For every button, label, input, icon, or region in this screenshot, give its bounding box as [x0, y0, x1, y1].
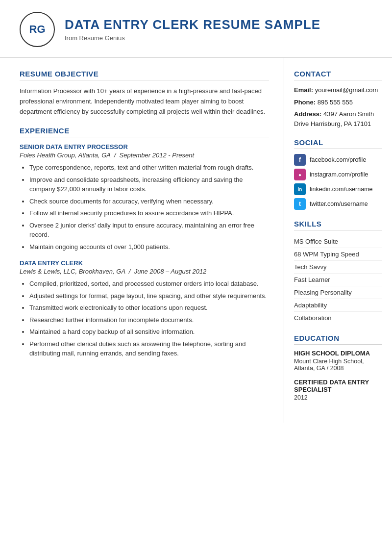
edu-item-2: CERTIFIED DATA ENTRY SPECIALIST 2012: [294, 378, 382, 401]
linkedin-url: linkedin.com/username: [310, 186, 373, 193]
bullet: Type correspondence, reports, text and o…: [29, 163, 269, 173]
bullet: Researched further information for incom…: [29, 315, 269, 325]
skill-item: Collaboration: [294, 312, 382, 324]
social-title: SOCIAL: [294, 138, 382, 149]
twitter-url: twitter.com/username: [310, 201, 368, 207]
job-1-bullets: Type correspondence, reports, text and o…: [20, 163, 269, 252]
skill-item: Fast Learner: [294, 274, 382, 286]
skill-item: Adaptability: [294, 299, 382, 312]
skills-section: SKILLS MS Office Suite 68 WPM Typing Spe…: [294, 220, 382, 324]
contact-phone: Phone: 895 555 555: [294, 98, 382, 107]
bullet: Improve and consolidate spreadsheets, in…: [29, 175, 269, 194]
bullet: Maintain ongoing accounts of over 1,000 …: [29, 242, 269, 252]
resume-subtitle: from Resume Genius: [65, 34, 320, 42]
phone-value: 895 555 555: [318, 99, 353, 106]
bullet: Adjusted settings for format, page layou…: [29, 291, 269, 301]
social-linkedin: in linkedin.com/username: [294, 183, 382, 195]
edu-1-degree: HIGH SCHOOL DIPLOMA: [294, 350, 382, 357]
address-label: Address:: [294, 110, 321, 118]
objective-title: RESUME OBJECTIVE: [20, 70, 269, 80]
linkedin-icon: in: [294, 183, 306, 195]
logo-text: RG: [29, 23, 46, 36]
bullet: Performed other clerical duties such as …: [29, 339, 269, 358]
job-1-dates: September 2012 - Present: [120, 151, 194, 159]
experience-section: EXPERIENCE SENIOR DATA ENTRY PROCESSOR F…: [20, 126, 269, 358]
contact-section: CONTACT Email: youremail@gmail.com Phone…: [294, 70, 382, 128]
job-2-bullets: Compiled, prioritized, sorted, and proce…: [20, 279, 269, 358]
contact-address: Address: 4397 Aaron Smith Drive Harrisbu…: [294, 109, 382, 128]
job-2: DATA ENTRY CLERK Lewis & Lewis, LLC, Bro…: [20, 259, 269, 358]
social-twitter: t twitter.com/username: [294, 198, 382, 210]
facebook-url: facebook.com/profile: [310, 156, 366, 163]
bullet: Transmitted work electronically to other…: [29, 303, 269, 313]
social-instagram: ● instagram.com/profile: [294, 169, 382, 180]
twitter-icon: t: [294, 198, 306, 210]
job-1-title: SENIOR DATA ENTRY PROCESSOR: [20, 143, 269, 151]
edu-1-school: Mount Clare High School, Atlanta, GA / 2…: [294, 358, 382, 372]
skill-item: 68 WPM Typing Speed: [294, 248, 382, 261]
contact-email: Email: youremail@gmail.com: [294, 85, 382, 95]
job-2-title: DATA ENTRY CLERK: [20, 259, 269, 267]
email-value: youremail@gmail.com: [315, 86, 378, 94]
bullet: Maintained a hard copy backup of all sen…: [29, 327, 269, 337]
job-2-meta: Lewis & Lewis, LLC, Brookhaven, GA / Jun…: [20, 268, 269, 275]
main-content: RESUME OBJECTIVE Information Processor w…: [0, 58, 392, 423]
job-1: SENIOR DATA ENTRY PROCESSOR Foles Health…: [20, 143, 269, 252]
edu-2-year: 2012: [294, 394, 382, 401]
social-facebook: f facebook.com/profile: [294, 154, 382, 166]
facebook-icon: f: [294, 154, 306, 166]
bullet: Check source documents for accuracy, ver…: [29, 197, 269, 206]
right-column: CONTACT Email: youremail@gmail.com Phone…: [284, 58, 392, 423]
objective-section: RESUME OBJECTIVE Information Processor w…: [20, 70, 269, 117]
instagram-url: instagram.com/profile: [310, 171, 368, 178]
education-section: EDUCATION HIGH SCHOOL DIPLOMA Mount Clar…: [294, 334, 382, 401]
job-2-company: Lewis & Lewis, LLC, Brookhaven, GA: [20, 268, 125, 275]
skill-item: Pleasing Personality: [294, 286, 382, 299]
education-title: EDUCATION: [294, 334, 382, 345]
left-column: RESUME OBJECTIVE Information Processor w…: [0, 58, 284, 423]
logo-circle: RG: [20, 12, 55, 47]
email-label: Email:: [294, 86, 313, 94]
bullet: Follow all internal security procedures …: [29, 208, 269, 218]
experience-title: EXPERIENCE: [20, 126, 269, 137]
phone-label: Phone:: [294, 99, 316, 106]
bullet: Compiled, prioritized, sorted, and proce…: [29, 279, 269, 289]
job-2-dates: June 2008 – August 2012: [134, 268, 207, 275]
social-section: SOCIAL f facebook.com/profile ● instagra…: [294, 138, 382, 210]
skills-title: SKILLS: [294, 220, 382, 230]
skill-item: MS Office Suite: [294, 235, 382, 248]
job-1-company: Foles Health Group, Atlanta, GA: [20, 151, 110, 159]
header-text: DATA ENTRY CLERK RESUME SAMPLE from Resu…: [65, 17, 320, 42]
edu-item-1: HIGH SCHOOL DIPLOMA Mount Clare High Sch…: [294, 350, 382, 372]
resume-header: RG DATA ENTRY CLERK RESUME SAMPLE from R…: [0, 0, 392, 58]
instagram-icon: ●: [294, 169, 306, 180]
job-1-meta: Foles Health Group, Atlanta, GA / Septem…: [20, 151, 269, 159]
bullet: Oversee 2 junior clerks' daily input to …: [29, 221, 269, 240]
resume-title: DATA ENTRY CLERK RESUME SAMPLE: [65, 17, 320, 32]
objective-text: Information Processor with 10+ years of …: [20, 86, 269, 117]
contact-title: CONTACT: [294, 70, 382, 80]
skill-item: Tech Savvy: [294, 261, 382, 274]
edu-2-degree: CERTIFIED DATA ENTRY SPECIALIST: [294, 378, 382, 393]
